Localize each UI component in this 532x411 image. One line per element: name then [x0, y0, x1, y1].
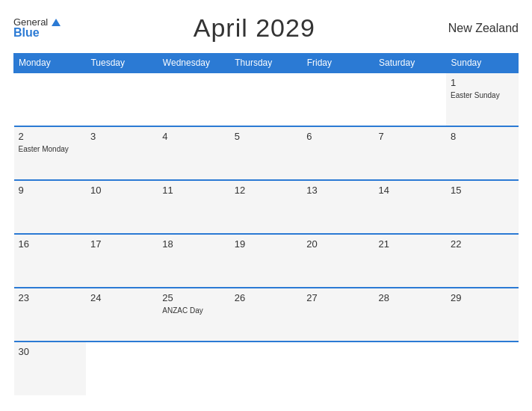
day-number: 28: [379, 292, 442, 303]
calendar-country: New Zealand: [448, 22, 519, 35]
day-number: 17: [90, 238, 153, 250]
calendar-grid: Monday Tuesday Wednesday Thursday Friday…: [13, 53, 519, 395]
day-cell: 23: [14, 288, 86, 342]
day-cell: 19: [230, 234, 302, 288]
day-number: 27: [306, 292, 369, 303]
day-number: 7: [379, 131, 442, 142]
day-number: 13: [306, 185, 369, 196]
day-cell: [446, 342, 518, 395]
day-event: Easter Sunday: [451, 91, 500, 99]
day-cell: 18: [158, 234, 229, 288]
day-cell: 28: [374, 288, 446, 342]
day-number: 10: [90, 185, 153, 196]
day-cell: 21: [374, 234, 446, 288]
day-cell: 11: [158, 180, 229, 234]
day-number: 5: [235, 131, 297, 142]
day-number: 24: [90, 292, 153, 303]
day-number: 20: [306, 238, 369, 250]
week-row-4: 16171819202122: [14, 234, 519, 288]
day-cell: [14, 72, 86, 126]
day-cell: 8: [446, 126, 518, 180]
day-cell: 12: [230, 180, 302, 234]
day-cell: 15: [446, 180, 518, 234]
day-number: 14: [379, 185, 442, 196]
day-cell: [374, 72, 446, 126]
day-number: 25: [162, 292, 225, 303]
day-cell: [230, 72, 302, 126]
day-cell: 27: [302, 288, 374, 342]
day-cell: 25ANZAC Day: [158, 288, 229, 342]
day-cell: 3: [86, 126, 158, 180]
week-row-5: 232425ANZAC Day26272829: [14, 288, 519, 342]
day-number: 11: [162, 185, 225, 196]
logo-triangle-icon: [52, 19, 61, 26]
day-number: 6: [306, 131, 369, 142]
day-event: ANZAC Day: [162, 306, 202, 315]
day-number: 1: [451, 77, 513, 88]
day-number: 8: [451, 131, 513, 142]
day-number: 19: [235, 238, 297, 250]
day-number: 12: [235, 185, 297, 196]
day-cell: 10: [86, 180, 158, 234]
day-number: 29: [451, 292, 513, 303]
header-tuesday: Tuesday: [86, 54, 158, 73]
day-cell: 24: [86, 288, 158, 342]
day-cell: 26: [230, 288, 302, 342]
day-number: 21: [379, 238, 442, 250]
logo: General Blue: [13, 17, 61, 39]
day-number: 3: [90, 131, 153, 142]
week-row-2: 2Easter Monday345678: [14, 126, 519, 180]
day-cell: 14: [374, 180, 446, 234]
week-row-3: 9101112131415: [14, 180, 519, 234]
day-cell: 1Easter Sunday: [446, 72, 518, 126]
day-cell: [158, 342, 229, 395]
header-friday: Friday: [302, 54, 374, 73]
day-number: 22: [451, 238, 513, 250]
day-cell: 5: [230, 126, 302, 180]
week-row-6: 30: [14, 342, 519, 395]
day-cell: [86, 342, 158, 395]
day-cell: [374, 342, 446, 395]
calendar-title: April 2029: [194, 13, 315, 43]
day-cell: 4: [158, 126, 229, 180]
day-cell: 9: [14, 180, 86, 234]
day-number: 18: [162, 238, 225, 250]
week-row-1: 1Easter Sunday: [14, 72, 519, 126]
logo-blue-text: Blue: [13, 27, 40, 39]
calendar-container: General Blue April 2029 New Zealand Mond…: [0, 0, 532, 411]
day-cell: 16: [14, 234, 86, 288]
day-number: 26: [235, 292, 297, 303]
day-cell: 17: [86, 234, 158, 288]
day-cell: 13: [302, 180, 374, 234]
header-wednesday: Wednesday: [158, 54, 229, 73]
day-cell: [86, 72, 158, 126]
calendar-header: General Blue April 2029 New Zealand: [13, 13, 519, 43]
days-header-row: Monday Tuesday Wednesday Thursday Friday…: [14, 54, 519, 73]
day-cell: [230, 342, 302, 395]
header-thursday: Thursday: [230, 54, 302, 73]
day-number: 30: [19, 346, 81, 357]
day-cell: 7: [374, 126, 446, 180]
day-event: Easter Monday: [19, 145, 69, 153]
day-cell: 30: [14, 342, 86, 395]
day-number: 23: [19, 292, 81, 303]
day-cell: [158, 72, 229, 126]
header-monday: Monday: [14, 54, 86, 73]
day-number: 9: [19, 185, 81, 196]
day-number: 2: [19, 131, 81, 142]
day-cell: 22: [446, 234, 518, 288]
day-cell: [302, 72, 374, 126]
day-cell: [302, 342, 374, 395]
header-sunday: Sunday: [446, 54, 518, 73]
day-number: 15: [451, 185, 513, 196]
day-number: 4: [162, 131, 225, 142]
day-cell: 29: [446, 288, 518, 342]
day-cell: 6: [302, 126, 374, 180]
header-saturday: Saturday: [374, 54, 446, 73]
day-number: 16: [19, 238, 81, 250]
day-cell: 20: [302, 234, 374, 288]
day-cell: 2Easter Monday: [14, 126, 86, 180]
